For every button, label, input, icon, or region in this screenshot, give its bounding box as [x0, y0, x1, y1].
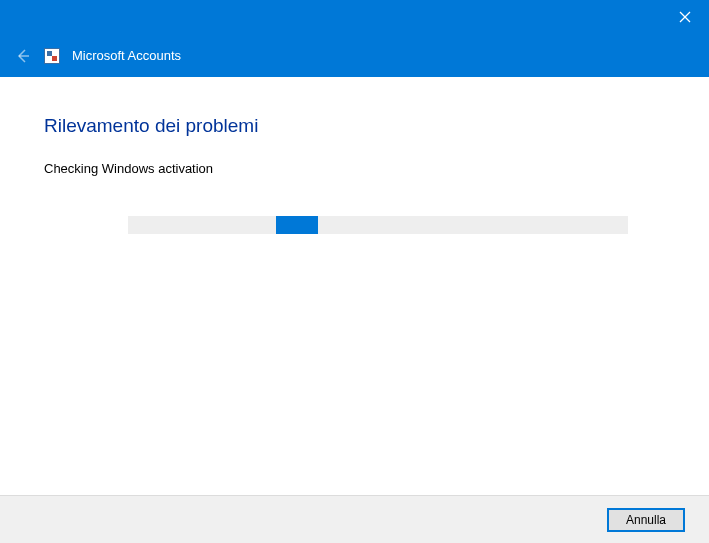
- progress-indicator: [276, 216, 318, 234]
- progress-bar: [128, 216, 628, 234]
- page-heading: Rilevamento dei problemi: [44, 115, 665, 137]
- cancel-button[interactable]: Annulla: [607, 508, 685, 532]
- header-bar: Microsoft Accounts: [0, 34, 709, 77]
- back-arrow-icon[interactable]: [14, 47, 32, 65]
- close-icon[interactable]: [675, 7, 695, 27]
- app-title: Microsoft Accounts: [72, 48, 181, 63]
- content-area: Rilevamento dei problemi Checking Window…: [0, 77, 709, 495]
- status-text: Checking Windows activation: [44, 161, 665, 176]
- titlebar: [0, 0, 709, 34]
- footer-bar: Annulla: [0, 495, 709, 543]
- microsoft-accounts-icon: [44, 48, 60, 64]
